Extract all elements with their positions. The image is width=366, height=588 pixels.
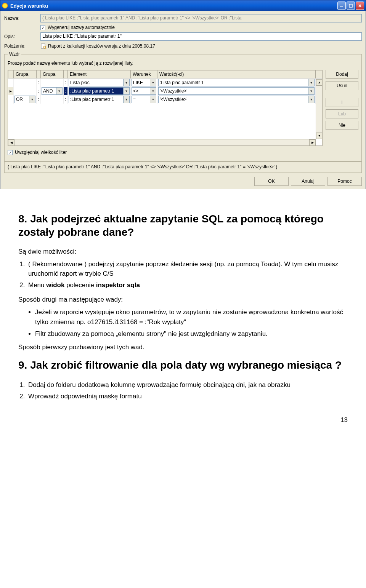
lub-button[interactable]: Lub (326, 109, 358, 118)
svg-rect-1 (349, 4, 352, 7)
wartosc-combo[interactable]: '<Wszystkie>' (158, 87, 308, 95)
paragraph: Sposób pierwszy pozbawiony jest tych wad… (18, 343, 348, 352)
ok-button[interactable]: OK (254, 177, 289, 186)
chevron-down-icon[interactable]: ▼ (124, 87, 130, 95)
list-item: Menu widok polecenie inspektor sqla (27, 280, 348, 290)
list-item: Jeżeli w raporcie występuje okno paramet… (35, 307, 348, 327)
chevron-down-icon[interactable]: ▼ (29, 96, 35, 103)
list-item: ( Rekomendowane ) podejrzyj zapytanie po… (27, 259, 348, 279)
auto-name-label: Wygeneruj nazwę automatycznie (48, 25, 115, 30)
wartosc-combo[interactable]: '<Wszystkie>' (158, 96, 308, 103)
col-element[interactable]: Element (68, 70, 131, 78)
i-button[interactable]: I (326, 98, 358, 107)
pomoc-button[interactable]: Pomoc (327, 177, 362, 186)
list-item: Dodaj do folderu dodatkową kolumnę wprow… (27, 380, 348, 390)
scroll-right-icon[interactable]: ▶ (309, 139, 316, 146)
chevron-down-icon[interactable]: ▼ (56, 87, 63, 95)
col-grupa2[interactable]: Grupa (41, 70, 64, 78)
chevron-down-icon[interactable]: ▼ (124, 79, 130, 86)
table-row[interactable]: : : Lista płac▼ LIKE▼ :Lista płac parame… (8, 78, 322, 87)
element-combo[interactable]: :Lista płac parametr 1 (69, 87, 124, 95)
element-combo[interactable]: :Lista płac parametr 1 (69, 96, 124, 103)
svg-line-6 (45, 48, 46, 49)
case-checkbox[interactable]: ✓ (8, 150, 13, 155)
chevron-down-icon[interactable]: ▼ (308, 87, 315, 95)
chevron-down-icon[interactable]: ▼ (150, 87, 156, 95)
nazwa-label: Nazwa: (4, 16, 40, 21)
page-number: 13 (18, 416, 348, 424)
dodaj-button[interactable]: Dodaj (326, 70, 358, 79)
condition-grid: Grupa Grupa Element Warunek Wartość(-ci) (8, 70, 323, 146)
scroll-down-icon[interactable]: ▼ (316, 133, 323, 139)
grupa2-combo[interactable]: AND (42, 87, 56, 95)
list-item: Filtr zbudowany za pomocą „elementu stro… (35, 329, 348, 339)
warunek-combo[interactable]: <> (132, 87, 150, 95)
auto-name-checkbox[interactable]: ✓ (40, 25, 45, 30)
polozenie-value: Raport z kalkulacji kosztów wersja z dni… (48, 43, 155, 49)
polozenie-label: Położenie: (4, 43, 40, 49)
usun-button[interactable]: Usuń (326, 81, 358, 90)
chevron-down-icon[interactable]: ▼ (308, 96, 315, 103)
vertical-scrollbar[interactable]: ▲ ▼ (316, 79, 322, 139)
window-title: Edycja warunku (10, 3, 48, 9)
nazwa-input[interactable]: ( Lista płac LIKE :''Lista płac parametr… (40, 14, 362, 22)
dialog-window: Edycja warunku Nazwa: ( Lista płac LIKE … (0, 0, 366, 189)
col-grupa1[interactable]: Grupa (14, 70, 37, 78)
chevron-down-icon[interactable]: ▼ (150, 79, 156, 86)
warunek-combo[interactable]: = (132, 96, 150, 103)
chevron-down-icon[interactable]: ▼ (308, 79, 315, 86)
scroll-left-icon[interactable]: ◀ (8, 139, 14, 146)
minimize-button[interactable] (337, 2, 346, 10)
chevron-down-icon[interactable]: ▼ (124, 96, 130, 103)
document-icon (40, 43, 47, 49)
list-item: Wprowadź odpowiednią maskę formatu (27, 391, 348, 401)
horizontal-scrollbar[interactable]: ◀ ▶ (8, 139, 316, 145)
case-label: Uwzględniaj wielkość liter (15, 150, 67, 155)
preview-text: ( Lista płac LIKE :''Lista płac parametr… (4, 161, 362, 173)
scroll-up-icon[interactable]: ▲ (316, 79, 323, 86)
heading-8: 8. Jak podejrzeć aktualne zapytanie SQL … (18, 212, 348, 239)
element-combo[interactable]: Lista płac (69, 79, 124, 86)
chevron-down-icon[interactable]: ▼ (150, 96, 156, 103)
wzor-hint: Proszę podać nazwę elementu lub wybrać j… (8, 61, 358, 66)
titlebar: Edycja warunku (0, 0, 366, 11)
close-button[interactable] (356, 2, 364, 10)
document-body: 8. Jak podejrzeć aktualne zapytanie SQL … (0, 212, 366, 439)
grupa1-combo[interactable]: OR (14, 96, 29, 103)
opis-input[interactable]: Lista płac LIKE :''Lista płac parametr 1… (40, 32, 362, 41)
maximize-button[interactable] (347, 2, 355, 10)
app-icon (2, 3, 8, 9)
table-row[interactable]: OR▼ : : :Lista płac parametr 1▼ =▼ '<Wsz… (8, 95, 322, 104)
heading-9: 9. Jak zrobić filtrowanie dla pola daty … (18, 358, 348, 372)
col-warunek[interactable]: Warunek (131, 70, 157, 78)
paragraph: Są dwie możliwości: (18, 247, 348, 256)
wzor-group: Wzór Proszę podać nazwę elementu lub wyb… (4, 51, 362, 161)
nie-button[interactable]: Nie (326, 121, 358, 130)
opis-label: Opis: (4, 34, 40, 39)
paragraph: Sposób drugi ma następujące wady: (18, 295, 348, 304)
svg-rect-0 (340, 6, 343, 7)
warunek-combo[interactable]: LIKE (132, 79, 150, 86)
client-area: Nazwa: ( Lista płac LIKE :''Lista płac p… (0, 11, 366, 189)
wartosc-combo[interactable]: :Lista płac parametr 1 (158, 79, 308, 86)
wzor-legend: Wzór (8, 51, 21, 57)
col-wartosc[interactable]: Wartość(-ci) (157, 70, 316, 78)
table-row[interactable]: ▸ : AND▼ : :Lista płac parametr 1▼ <>▼ '… (8, 87, 322, 95)
anuluj-button[interactable]: Anuluj (291, 177, 325, 186)
